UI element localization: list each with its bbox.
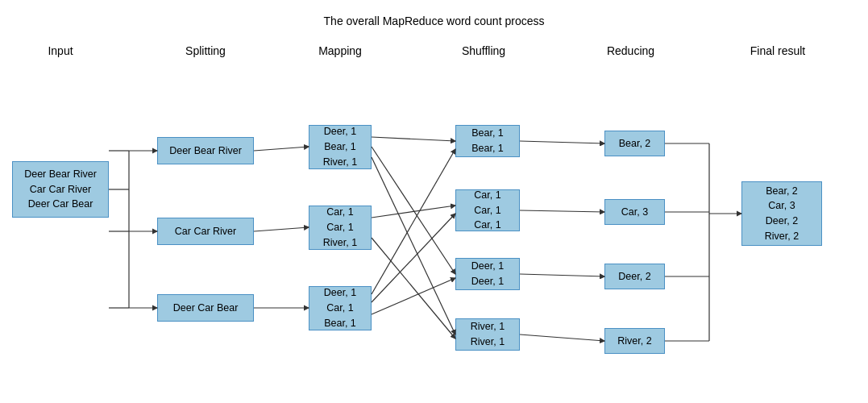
box-shuf3: Deer, 1 Deer, 1 bbox=[455, 258, 520, 290]
box-red2-text: Car, 3 bbox=[621, 205, 648, 220]
box-split1-text: Deer Bear River bbox=[169, 143, 242, 159]
box-split1: Deer Bear River bbox=[157, 137, 254, 164]
box-shuf2: Car, 1 Car, 1 Car, 1 bbox=[455, 189, 520, 231]
col-label-splitting: Splitting bbox=[157, 44, 254, 57]
svg-line-21 bbox=[520, 274, 604, 276]
box-split2-text: Car Car River bbox=[175, 224, 236, 239]
box-map3-text: Deer, 1 Car, 1 Bear, 1 bbox=[324, 285, 356, 330]
svg-line-22 bbox=[520, 334, 604, 341]
svg-line-17 bbox=[372, 214, 455, 302]
box-red4: River, 2 bbox=[604, 328, 665, 354]
svg-line-9 bbox=[254, 227, 309, 231]
box-red1: Bear, 2 bbox=[604, 131, 665, 156]
col-label-input: Input bbox=[12, 44, 109, 57]
col-label-reducing: Reducing bbox=[596, 44, 665, 57]
svg-line-16 bbox=[372, 149, 455, 294]
box-final: Bear, 2 Car, 3 Deer, 2 River, 2 bbox=[741, 181, 822, 246]
box-shuf2-text: Car, 1 Car, 1 Car, 1 bbox=[474, 188, 500, 233]
box-map1-text: Deer, 1 Bear, 1 River, 1 bbox=[323, 124, 357, 169]
box-map2: Car, 1 Car, 1 River, 1 bbox=[309, 206, 372, 250]
svg-line-15 bbox=[372, 238, 455, 339]
box-map1: Deer, 1 Bear, 1 River, 1 bbox=[309, 125, 372, 169]
box-red2: Car, 3 bbox=[604, 199, 665, 225]
svg-line-20 bbox=[520, 210, 604, 212]
svg-line-18 bbox=[372, 278, 455, 314]
svg-line-8 bbox=[254, 147, 309, 151]
svg-line-12 bbox=[372, 147, 455, 274]
box-red4-text: River, 2 bbox=[617, 334, 651, 349]
box-red3-text: Deer, 2 bbox=[618, 269, 650, 285]
box-shuf3-text: Deer, 1 Deer, 1 bbox=[471, 259, 504, 289]
box-map3: Deer, 1 Car, 1 Bear, 1 bbox=[309, 286, 372, 330]
arrows-svg bbox=[0, 0, 868, 403]
box-split3-text: Deer Car Bear bbox=[173, 301, 239, 316]
box-input-text: Deer Bear River Car Car River Deer Car B… bbox=[24, 167, 97, 212]
box-shuf1-text: Bear, 1 Bear, 1 bbox=[471, 126, 504, 156]
col-label-final: Final result bbox=[729, 44, 826, 57]
col-label-shuffling: Shuffling bbox=[447, 44, 520, 57]
box-shuf1: Bear, 1 Bear, 1 bbox=[455, 125, 520, 157]
diagram-title: The overall MapReduce word count process bbox=[324, 15, 545, 27]
box-shuf4-text: River, 1 River, 1 bbox=[471, 319, 505, 350]
diagram: The overall MapReduce word count process… bbox=[0, 0, 868, 403]
svg-line-19 bbox=[520, 141, 604, 143]
box-final-text: Bear, 2 Car, 3 Deer, 2 River, 2 bbox=[765, 184, 799, 244]
col-label-mapping: Mapping bbox=[309, 44, 372, 57]
box-input: Deer Bear River Car Car River Deer Car B… bbox=[12, 161, 109, 218]
box-split3: Deer Car Bear bbox=[157, 294, 254, 322]
box-red1-text: Bear, 2 bbox=[619, 136, 651, 152]
svg-line-13 bbox=[372, 157, 455, 334]
svg-line-11 bbox=[372, 137, 455, 141]
box-split2: Car Car River bbox=[157, 218, 254, 245]
box-map2-text: Car, 1 Car, 1 River, 1 bbox=[323, 205, 357, 250]
box-shuf4: River, 1 River, 1 bbox=[455, 318, 520, 351]
svg-line-14 bbox=[372, 206, 455, 218]
box-red3: Deer, 2 bbox=[604, 264, 665, 289]
